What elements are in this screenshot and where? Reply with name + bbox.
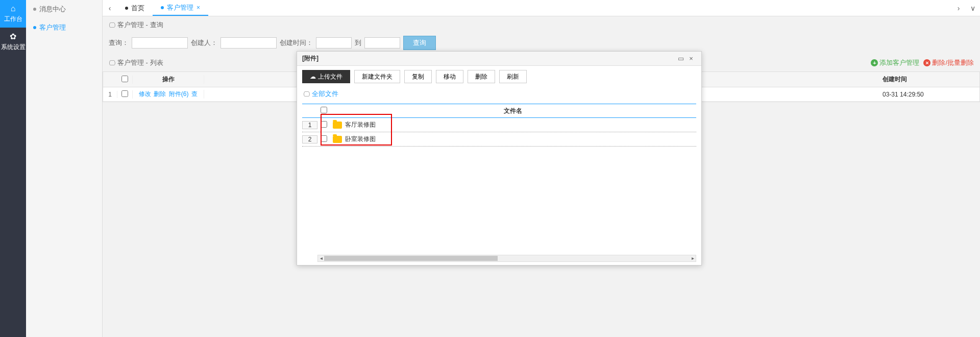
dot-icon: [161, 6, 164, 9]
gear-icon: ✿: [10, 32, 16, 41]
folder-name: 客厅装修图: [345, 121, 376, 129]
upload-label: 上传文件: [318, 73, 342, 81]
creator-label: 创建人：: [191, 38, 217, 47]
rail-label: 系统设置: [1, 43, 26, 52]
modal-title: [附件]: [302, 54, 676, 63]
crumb-all-files[interactable]: 全部文件: [312, 89, 338, 99]
cloud-upload-icon: ☁: [310, 73, 316, 80]
monitor-icon: 🖵: [109, 21, 115, 29]
to-label: 到: [355, 38, 361, 47]
view-link[interactable]: 查: [191, 90, 198, 98]
createtime-label: 创建时间：: [280, 38, 313, 47]
rail-item-workbench[interactable]: ⌂ 工作台: [0, 0, 26, 28]
row-createtime: 03-31 14:29:50: [877, 91, 979, 98]
scroll-thumb[interactable]: [324, 256, 498, 261]
del-label: 删除/批量删除: [932, 58, 974, 67]
delete-batch-link[interactable]: × 删除/批量删除: [923, 58, 974, 67]
scroll-left-icon[interactable]: ◂: [318, 255, 324, 261]
newfolder-button[interactable]: 新建文件夹: [354, 70, 400, 83]
dot-icon: [33, 8, 36, 11]
x-icon: ×: [923, 59, 930, 66]
row-num: 1: [103, 91, 117, 98]
col-checkbox: [117, 76, 133, 84]
tab-next[interactable]: ›: [951, 0, 966, 16]
close-icon[interactable]: ×: [197, 4, 200, 11]
creator-input[interactable]: [220, 37, 277, 49]
query-label: 查询：: [109, 38, 129, 47]
tab-label: 客户管理: [167, 3, 193, 12]
delete-button[interactable]: 删除: [468, 70, 495, 83]
createtime-from-input[interactable]: [316, 37, 352, 49]
folder-name: 卧室装修图: [345, 135, 376, 143]
file-checkbox[interactable]: [321, 135, 327, 142]
add-customer-link[interactable]: + 添加客户管理: [871, 58, 919, 67]
tab-menu[interactable]: ∨: [966, 0, 980, 16]
close-icon[interactable]: ×: [686, 55, 696, 62]
folder-item[interactable]: 卧室装修图: [330, 135, 696, 143]
mrow-num: 2: [302, 135, 317, 143]
file-row: 1 客厅装修图: [302, 118, 696, 132]
query-input[interactable]: [132, 37, 188, 49]
dot-icon: [33, 26, 36, 29]
sidebar-item-messages[interactable]: 消息中心: [26, 0, 102, 18]
attachment-modal: [附件] ▭ × ☁ 上传文件 新建文件夹 复制 移动 删除 刷新 🖵 全部文件: [297, 51, 702, 266]
sidebar: 消息中心 客户管理: [26, 0, 103, 337]
dot-icon: [125, 7, 128, 10]
col-createtime: 创建时间: [877, 75, 979, 84]
modal-select-all[interactable]: [321, 107, 327, 113]
upload-button[interactable]: ☁ 上传文件: [302, 70, 350, 83]
tab-label: 首页: [131, 4, 144, 13]
folder-icon: [333, 136, 342, 143]
folder-icon: [333, 122, 342, 129]
tab-home[interactable]: 首页: [117, 0, 153, 16]
home-icon: ⌂: [11, 4, 16, 13]
sidebar-label: 消息中心: [39, 5, 66, 14]
select-all-checkbox[interactable]: [121, 76, 128, 82]
rail-item-settings[interactable]: ✿ 系统设置: [0, 28, 26, 56]
file-checkbox[interactable]: [321, 121, 327, 128]
col-op: 操作: [133, 75, 204, 84]
sidebar-item-customers[interactable]: 客户管理: [26, 18, 102, 37]
horizontal-scrollbar[interactable]: ◂ ▸: [317, 255, 696, 262]
delete-link[interactable]: 删除: [154, 90, 166, 98]
rail-label: 工作台: [4, 15, 22, 23]
move-button[interactable]: 移动: [436, 70, 463, 83]
list-title: 客户管理 - 列表: [117, 58, 163, 67]
sidebar-label: 客户管理: [39, 23, 66, 32]
file-row: 2 卧室装修图: [302, 132, 696, 147]
row-checkbox[interactable]: [121, 90, 128, 97]
monitor-icon: 🖵: [109, 59, 115, 67]
copy-button[interactable]: 复制: [404, 70, 432, 83]
tab-customers[interactable]: 客户管理 ×: [153, 0, 208, 16]
add-label: 添加客户管理: [879, 58, 919, 67]
tabbar: ‹ 首页 客户管理 × › ∨: [103, 0, 980, 16]
plus-icon: +: [871, 59, 878, 66]
left-rail: ⌂ 工作台 ✿ 系统设置: [0, 0, 26, 337]
attach-link[interactable]: 附件(6): [169, 90, 189, 98]
folder-item[interactable]: 客厅装修图: [330, 121, 696, 129]
query-header: 🖵 客户管理 - 查询: [103, 16, 980, 34]
scroll-right-icon[interactable]: ▸: [690, 255, 696, 261]
mcol-filename: 文件名: [330, 107, 696, 115]
maximize-icon[interactable]: ▭: [676, 55, 686, 62]
tab-prev[interactable]: ‹: [103, 0, 117, 16]
monitor-icon: 🖵: [303, 90, 310, 98]
edit-link[interactable]: 修改: [139, 90, 151, 98]
refresh-button[interactable]: 刷新: [499, 70, 527, 83]
query-button[interactable]: 查询: [403, 36, 436, 50]
mrow-num: 1: [302, 121, 317, 129]
createtime-to-input[interactable]: [364, 37, 400, 49]
query-title: 客户管理 - 查询: [117, 20, 163, 30]
